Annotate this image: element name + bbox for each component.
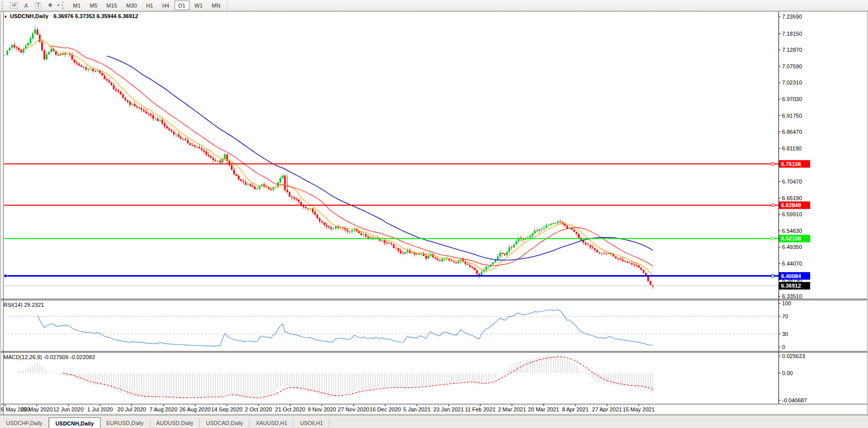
svg-text:14 Sep 2020: 14 Sep 2020	[211, 406, 242, 412]
chart-tab-bar: USDCHF,DailyUSDCNH,DailyEURUSD,DailyAUDU…	[0, 415, 868, 428]
svg-text:1 Jul 2020: 1 Jul 2020	[88, 406, 113, 412]
timeframe-button-m15[interactable]: M15	[103, 1, 121, 10]
timeframe-group: M1M5M15M30H1H4D1W1MN	[68, 1, 225, 10]
template-grid-tool-icon[interactable]: ≡F	[9, 1, 20, 10]
svg-text:7.02310: 7.02310	[782, 79, 802, 85]
svg-text:5 Jan 2021: 5 Jan 2021	[403, 406, 430, 412]
svg-text:9 Nov 2020: 9 Nov 2020	[308, 406, 336, 412]
svg-text:6.86470: 6.86470	[782, 129, 802, 135]
svg-text:6.59910: 6.59910	[782, 211, 802, 217]
rsi-indicator-label: RSI(14) 29.2321	[4, 302, 44, 308]
svg-text:100: 100	[782, 300, 791, 306]
tab-usdcnh-daily[interactable]: USDCNH,Daily	[49, 417, 100, 428]
svg-text:7.18150: 7.18150	[782, 31, 802, 37]
ohlc-quotes: 6.36976 6.37353 6.35944 6.36912	[53, 13, 138, 19]
svg-text:20 Mar 2021: 20 Mar 2021	[528, 406, 559, 412]
timeframe-button-w1[interactable]: W1	[191, 1, 207, 10]
svg-text:6.76156: 6.76156	[781, 161, 801, 167]
toolbar-grip-2[interactable]	[62, 2, 66, 9]
svg-text:6.65190: 6.65190	[782, 195, 802, 201]
svg-text:27 Nov 2020: 27 Nov 2020	[338, 406, 369, 412]
tab-usdchf-daily[interactable]: USDCHF,Daily	[0, 418, 49, 427]
tab-usdcad-daily[interactable]: USDCAD,Daily	[200, 418, 249, 427]
dropdown-caret-icon[interactable]: ▾	[57, 3, 59, 8]
toolbar-grip[interactable]	[2, 2, 6, 9]
tab-usoil-h1[interactable]: USOil,H1	[294, 418, 329, 427]
svg-text:6.62849: 6.62849	[781, 202, 801, 208]
svg-text:2 Mar 2021: 2 Mar 2021	[498, 406, 526, 412]
svg-text:0.00: 0.00	[782, 370, 793, 376]
object-color-tool-icon[interactable]: ❖	[45, 1, 56, 10]
timeframe-button-h4[interactable]: H4	[158, 1, 173, 10]
svg-text:7.23590: 7.23590	[782, 14, 802, 20]
svg-text:0.025623: 0.025623	[782, 353, 805, 359]
svg-text:25 May 2020: 25 May 2020	[21, 406, 53, 412]
svg-text:6.81190: 6.81190	[782, 145, 802, 151]
svg-text:6.70470: 6.70470	[782, 179, 802, 185]
tab-audusd-daily[interactable]: AUDUSD,Daily	[150, 418, 200, 427]
svg-text:26 Aug 2020: 26 Aug 2020	[180, 406, 211, 412]
svg-text:20 Jul 2020: 20 Jul 2020	[118, 406, 146, 412]
timeframe-button-m5[interactable]: M5	[85, 1, 101, 10]
timeframe-button-mn[interactable]: MN	[208, 1, 224, 10]
tab-eurusd-daily[interactable]: EURUSD,Daily	[101, 418, 150, 427]
timeframe-button-d1[interactable]: D1	[175, 1, 190, 10]
svg-text:0: 0	[782, 344, 785, 350]
macd-indicator-label: MACD(12,26,9) -0.027509 -0.022083	[4, 354, 95, 360]
chart-window-title: ▼USDCNH,Daily6.36976 6.37353 6.35944 6.3…	[4, 13, 138, 19]
svg-text:23 Jan 2021: 23 Jan 2021	[433, 406, 464, 412]
svg-text:12 Jun 2020: 12 Jun 2020	[53, 406, 84, 412]
svg-text:6.36912: 6.36912	[781, 283, 801, 289]
svg-text:6.97030: 6.97030	[782, 96, 802, 102]
svg-text:6.49350: 6.49350	[782, 244, 802, 250]
toolbar-separator	[227, 2, 227, 10]
timeframe-button-h1[interactable]: H1	[142, 1, 157, 10]
svg-text:-0.040687: -0.040687	[782, 397, 807, 403]
arrow-style-tool-icon[interactable]: A	[21, 1, 32, 10]
svg-text:30: 30	[782, 331, 788, 337]
symbol-period-label: USDCNH,Daily	[10, 13, 48, 19]
svg-text:6.40084: 6.40084	[781, 273, 802, 279]
svg-text:7.07590: 7.07590	[782, 63, 802, 69]
svg-text:6.33510: 6.33510	[782, 293, 802, 299]
chart-canvas[interactable]: 7.235907.181507.128707.075907.023106.970…	[0, 0, 868, 428]
timeframe-button-m1[interactable]: M1	[69, 1, 84, 10]
drawing-tools-group: ≡FAT❖	[8, 1, 56, 10]
text-label-tool-icon[interactable]: T	[33, 1, 44, 10]
tab-xauusd-h1[interactable]: XAUUSD,H1	[249, 418, 294, 427]
timeframe-button-m30[interactable]: M30	[122, 1, 141, 10]
svg-text:7 Aug 2020: 7 Aug 2020	[149, 406, 178, 412]
mt4-terminal: ≡FAT❖ ▾ M1M5M15M30H1H4D1W1MN 7.235907.18…	[0, 0, 868, 428]
svg-text:70: 70	[782, 313, 788, 319]
svg-text:6.52108: 6.52108	[781, 235, 801, 241]
svg-text:6.54630: 6.54630	[782, 228, 802, 234]
svg-text:8 Apr 2021: 8 Apr 2021	[562, 406, 588, 412]
collapse-caret-icon[interactable]: ▼	[4, 15, 8, 19]
svg-text:2 Oct 2020: 2 Oct 2020	[245, 406, 272, 412]
svg-text:21 Oct 2020: 21 Oct 2020	[275, 406, 305, 412]
svg-text:11 Feb 2021: 11 Feb 2021	[465, 406, 496, 412]
svg-text:16 Dec 2020: 16 Dec 2020	[370, 406, 401, 412]
svg-text:7.12870: 7.12870	[782, 47, 802, 53]
svg-text:27 Apr 2021: 27 Apr 2021	[592, 406, 622, 412]
svg-text:6.91750: 6.91750	[782, 113, 802, 119]
svg-text:15 May 2021: 15 May 2021	[623, 406, 655, 412]
svg-text:6.44070: 6.44070	[782, 261, 802, 267]
top-toolbar: ≡FAT❖ ▾ M1M5M15M30H1H4D1W1MN	[0, 0, 868, 11]
